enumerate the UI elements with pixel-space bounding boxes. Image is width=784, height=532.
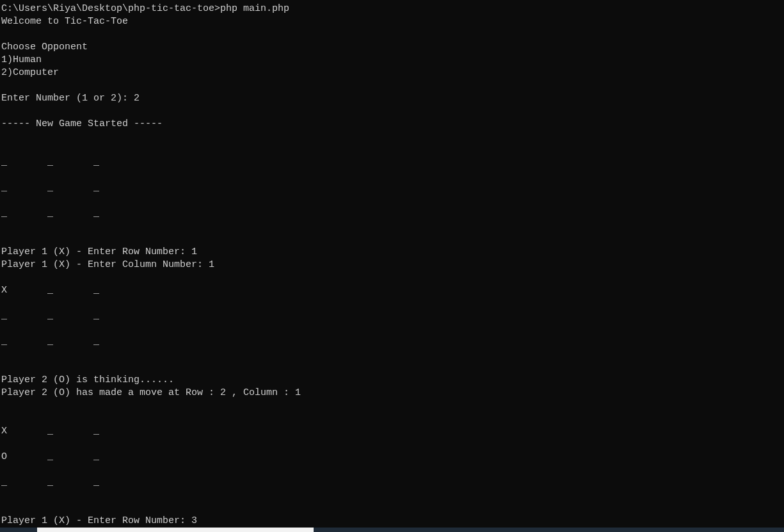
terminal-line: X _ _ bbox=[1, 285, 99, 296]
terminal-line: O _ _ bbox=[1, 451, 99, 462]
terminal-output[interactable]: C:\Users\Riya\Desktop\php-tic-tac-toe>ph… bbox=[0, 0, 784, 532]
terminal-line: Player 1 (X) - Enter Column Number: 1 bbox=[1, 259, 214, 270]
terminal-line: C:\Users\Riya\Desktop\php-tic-tac-toe>ph… bbox=[1, 3, 289, 14]
terminal-line: 2)Computer bbox=[1, 67, 59, 78]
terminal-line: Welcome to Tic-Tac-Toe bbox=[1, 16, 128, 27]
terminal-line: _ _ _ bbox=[1, 336, 99, 347]
terminal-line: Player 1 (X) - Enter Row Number: 1 bbox=[1, 246, 197, 257]
terminal-line: Enter Number (1 or 2): 2 bbox=[1, 93, 140, 104]
terminal-line: 1)Human bbox=[1, 54, 42, 65]
taskbar-active-segment[interactable] bbox=[37, 528, 314, 532]
terminal-line: ----- New Game Started ----- bbox=[1, 118, 163, 129]
terminal-line: _ _ _ bbox=[1, 157, 99, 168]
terminal-line: X _ _ bbox=[1, 426, 99, 437]
terminal-line: _ _ _ bbox=[1, 208, 99, 219]
terminal-line: _ _ _ bbox=[1, 477, 99, 488]
terminal-line: Choose Opponent bbox=[1, 42, 88, 52]
terminal-line: Player 1 (X) - Enter Row Number: 3 bbox=[1, 515, 197, 526]
terminal-line: Player 2 (O) has made a move at Row : 2 … bbox=[1, 387, 301, 398]
terminal-line: Player 2 (O) is thinking...... bbox=[1, 375, 174, 385]
terminal-line: _ _ _ bbox=[1, 310, 99, 321]
taskbar[interactable] bbox=[0, 528, 784, 532]
terminal-line: _ _ _ bbox=[1, 182, 99, 193]
